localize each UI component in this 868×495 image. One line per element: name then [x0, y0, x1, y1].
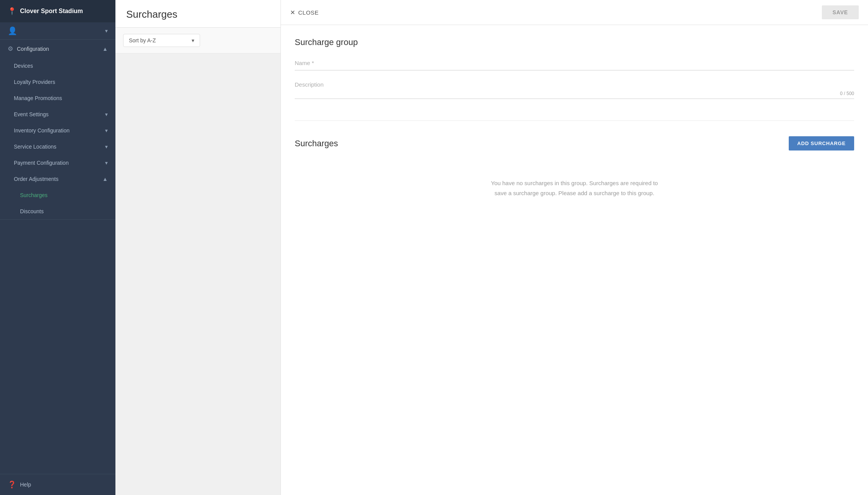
surcharge-group-title: Surcharge group [295, 37, 854, 47]
help-icon: ❓ [8, 480, 16, 489]
close-button[interactable]: ✕ CLOSE [290, 9, 319, 16]
sidebar-item-discounts[interactable]: Discounts [0, 203, 115, 219]
sidebar-item-manage-promotions[interactable]: Manage Promotions [0, 90, 115, 106]
sidebar-item-surcharges[interactable]: Surcharges [0, 187, 115, 203]
configuration-section: ⚙ Configuration ▲ Devices Loyalty Provid… [0, 40, 115, 220]
sidebar-item-inventory-configuration[interactable]: Inventory Configuration ▾ [0, 122, 115, 139]
sidebar-item-payment-configuration[interactable]: Payment Configuration ▾ [0, 155, 115, 171]
user-icon: 👤 [8, 26, 17, 35]
sidebar-item-devices[interactable]: Devices [0, 58, 115, 74]
detail-header: ✕ CLOSE SAVE [281, 0, 868, 25]
detail-body: Surcharge group 0 / 500 Surcharges ADD S… [281, 25, 868, 495]
close-label: CLOSE [298, 9, 319, 16]
user-chevron-icon: ▾ [105, 28, 108, 34]
detail-panel: ✕ CLOSE SAVE Surcharge group 0 / 500 [281, 0, 868, 495]
sort-dropdown-chevron-icon: ▾ [192, 37, 194, 43]
empty-surcharges-message: You have no surcharges in this group. Su… [482, 163, 667, 213]
gear-icon: ⚙ [8, 45, 13, 52]
configuration-items: Devices Loyalty Providers Manage Promoti… [0, 58, 115, 219]
surcharges-section: Surcharges ADD SURCHARGE You have no sur… [295, 133, 854, 213]
help-item[interactable]: ❓ Help [0, 474, 115, 495]
user-row[interactable]: 👤 ▾ [0, 22, 115, 40]
event-settings-chevron-icon: ▾ [105, 111, 108, 117]
description-input[interactable] [295, 80, 854, 89]
order-adjustments-chevron-icon: ▲ [102, 176, 108, 182]
configuration-chevron-icon: ▲ [102, 46, 108, 52]
sidebar-item-loyalty-providers[interactable]: Loyalty Providers [0, 74, 115, 90]
sort-dropdown-label: Sort by A-Z [129, 37, 188, 43]
surcharges-title: Surcharges [295, 139, 338, 149]
sort-dropdown[interactable]: Sort by A-Z ▾ [123, 34, 200, 47]
close-icon: ✕ [290, 9, 295, 16]
location-icon: 📍 [8, 7, 16, 15]
sidebar-header: 📍 Clover Sport Stadium [0, 0, 115, 22]
list-panel: Surcharges Sort by A-Z ▾ [115, 0, 281, 495]
list-panel-controls: Sort by A-Z ▾ [115, 28, 280, 54]
list-panel-header: Surcharges [115, 0, 280, 28]
sidebar-item-event-settings[interactable]: Event Settings ▾ [0, 106, 115, 122]
description-field-wrapper: 0 / 500 [295, 80, 854, 99]
service-locations-chevron-icon: ▾ [105, 144, 108, 150]
payment-config-chevron-icon: ▾ [105, 160, 108, 166]
sidebar-item-service-locations[interactable]: Service Locations ▾ [0, 139, 115, 155]
surcharge-group-section: Surcharge group 0 / 500 [295, 37, 854, 121]
add-surcharge-button[interactable]: ADD SURCHARGE [789, 136, 854, 151]
main-content: Surcharges Sort by A-Z ▾ ✕ CLOSE SAVE Su… [115, 0, 868, 495]
list-panel-title: Surcharges [126, 8, 270, 20]
sidebar-item-order-adjustments[interactable]: Order Adjustments ▲ [0, 171, 115, 187]
list-panel-content [115, 54, 280, 495]
surcharges-section-header: Surcharges ADD SURCHARGE [295, 136, 854, 151]
name-input[interactable] [295, 58, 854, 68]
venue-name: Clover Sport Stadium [20, 8, 83, 15]
help-label: Help [20, 482, 31, 488]
configuration-label: Configuration [17, 46, 49, 52]
char-count: 0 / 500 [295, 91, 854, 96]
configuration-section-header[interactable]: ⚙ Configuration ▲ [0, 40, 115, 58]
name-field-wrapper [295, 58, 854, 70]
inventory-config-chevron-icon: ▾ [105, 127, 108, 134]
configuration-header-left: ⚙ Configuration [8, 45, 49, 52]
sidebar: 📍 Clover Sport Stadium 👤 ▾ ⚙ Configurati… [0, 0, 115, 495]
save-button[interactable]: SAVE [822, 5, 859, 19]
